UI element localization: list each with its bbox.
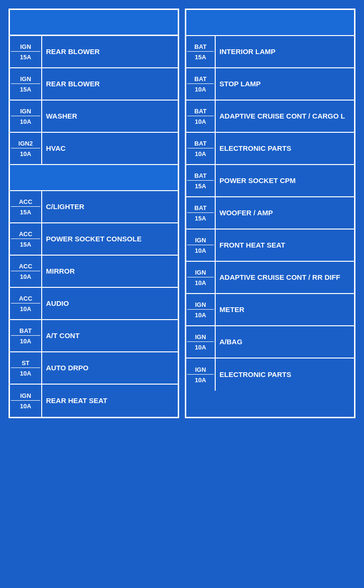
fuse-code: BAT15A [186,165,216,196]
table-row: IGN10AWASHER [10,101,178,133]
table-row: BAT15APOWER SOCKET CPM [186,165,354,197]
fuse-code: IGN10A [10,101,42,132]
fuse-code: ST10A [10,352,42,384]
fuse-code: IGN10A [186,294,216,325]
table-row: IGN10AMETER [186,294,354,326]
fuse-type: ST [11,359,40,368]
table-row: BAT15AWOOFER / AMP [186,197,354,230]
fuse-description: ELECTRONIC PARTS [216,358,354,391]
table-row: BAT10ASTOP LAMP [186,68,354,101]
fuse-amperage: 15A [195,214,206,222]
fuse-code: IGN10A [186,230,216,261]
left-column: IGN15AREAR BLOWERIGN15AREAR BLOWERIGN10A… [9,9,179,418]
fuse-code: ACC10A [10,288,42,319]
fuse-type: ACC [11,295,40,303]
table-row: IGN10AREAR HEAT SEAT [10,385,178,417]
table-row: ACC10AAUDIO [10,288,178,320]
fuse-type: IGN2 [11,140,40,148]
fuse-type: BAT [187,204,214,213]
fuse-type: BAT [187,140,214,148]
fuse-description: A/BAG [216,326,354,358]
table-row: IGN10AADAPTIVE CRUISE CONT / RR DIFF [186,262,354,294]
fuse-description: POWER SOCKET CPM [216,165,354,196]
fuse-description: REAR BLOWER [42,36,178,67]
table-row: ACC10AMIRROR [10,256,178,288]
fuse-amperage: 10A [20,337,31,345]
fuse-code: IGN10A [10,385,42,417]
fuse-code: BAT10A [186,101,216,132]
table-row: IGN10AFRONT HEAT SEAT [186,230,354,262]
fuse-type: IGN [187,269,214,277]
table-row: IGN10AELECTRONIC PARTS [186,358,354,391]
fuse-description: ELECTRONIC PARTS [216,133,354,164]
table-row: IGN15AREAR BLOWER [10,36,178,68]
fuse-description: ADAPTIVE CRUISE CONT / RR DIFF [216,262,354,293]
fuse-type: IGN [11,392,40,401]
fuse-amperage: 15A [195,53,206,61]
fuse-description: WASHER [42,101,178,132]
spacer-row [10,165,178,191]
fuse-amperage: 15A [20,53,31,61]
fuse-description: MIRROR [42,256,178,287]
table-row: BAT10AADAPTIVE CRUISE CONT / CARGO L [186,101,354,133]
fuse-code: IGN15A [10,36,42,67]
fuse-code: IGN210A [10,133,42,164]
fuse-code: ACC10A [10,256,42,287]
fuse-amperage: 10A [195,246,206,254]
fuse-type: BAT [11,327,40,336]
fuse-code: IGN15A [10,68,42,100]
fuse-diagram: IGN15AREAR BLOWERIGN15AREAR BLOWERIGN10A… [5,5,359,422]
fuse-amperage: 15A [20,208,31,216]
fuse-amperage: 15A [20,85,31,93]
fuse-amperage: 10A [195,376,206,384]
fuse-description: POWER SOCKET CONSOLE [42,223,178,255]
fuse-code: IGN10A [186,262,216,293]
fuse-type: IGN [11,43,40,52]
fuse-type: BAT [187,172,214,181]
fuse-code: BAT15A [186,197,216,229]
fuse-description: AUTO DRPO [42,352,178,384]
fuse-amperage: 10A [195,278,206,286]
fuse-type: ACC [11,198,40,207]
table-row: IGN210AHVAC [10,133,178,165]
fuse-type: BAT [187,108,214,116]
table-row: BAT10AELECTRONIC PARTS [186,133,354,165]
fuse-amperage: 10A [195,117,206,125]
fuse-amperage: 15A [195,182,206,190]
fuse-description: METER [216,294,354,325]
fuse-type: IGN [11,108,40,116]
fuse-description: FRONT HEAT SEAT [216,230,354,261]
fuse-description: C/LIGHTER [42,191,178,222]
fuse-description: A/T CONT [42,320,178,351]
right-column: BAT15AINTERIOR LAMPBAT10ASTOP LAMPBAT10A… [185,9,355,418]
fuse-type: IGN [187,333,214,342]
table-row: ACC15AC/LIGHTER [10,191,178,223]
fuse-description: REAR HEAT SEAT [42,385,178,417]
fuse-amperage: 10A [195,311,206,319]
fuse-type: BAT [187,75,214,84]
table-row: ACC15APOWER SOCKET CONSOLE [10,223,178,256]
table-row: IGN10AA/BAG [186,326,354,358]
fuse-amperage: 10A [195,149,206,157]
fuse-code: ACC15A [10,223,42,255]
fuse-description: REAR BLOWER [42,68,178,100]
fuse-code: BAT10A [10,320,42,351]
fuse-amperage: 10A [20,369,31,377]
table-row: IGN15AREAR BLOWER [10,68,178,101]
fuse-code: IGN10A [186,358,216,391]
fuse-description: STOP LAMP [216,68,354,100]
fuse-code: BAT15A [186,36,216,67]
fuse-code: BAT10A [186,133,216,164]
fuse-code: IGN10A [186,326,216,358]
left-header [10,10,178,36]
fuse-amperage: 10A [20,272,31,280]
fuse-amperage: 10A [20,117,31,125]
fuse-description: ADAPTIVE CRUISE CONT / CARGO L [216,101,354,132]
spacer-row [186,10,354,36]
fuse-amperage: 10A [195,85,206,93]
fuse-amperage: 10A [20,402,31,410]
fuse-type: IGN [187,237,214,245]
fuse-code: BAT10A [186,68,216,100]
fuse-amperage: 10A [195,343,206,351]
fuse-description: HVAC [42,133,178,164]
